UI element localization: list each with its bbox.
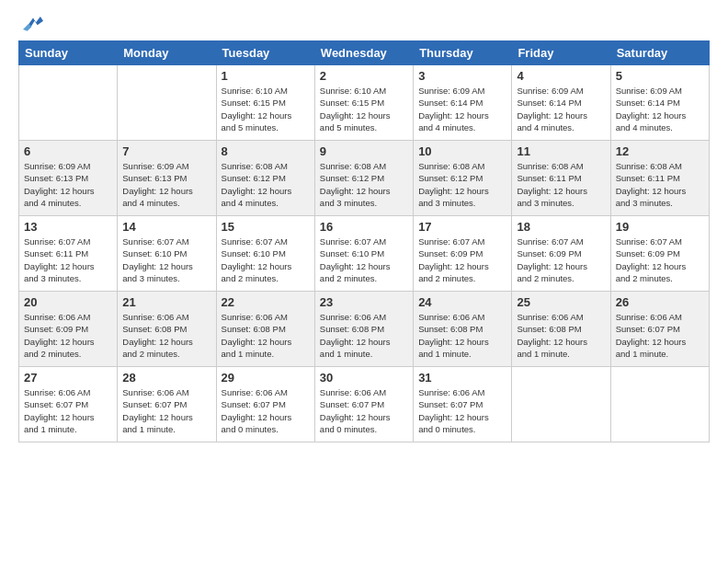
calendar-cell: 15Sunrise: 6:07 AM Sunset: 6:10 PM Dayli… <box>216 216 314 292</box>
calendar-cell <box>118 65 216 141</box>
day-info: Sunrise: 6:07 AM Sunset: 6:11 PM Dayligh… <box>24 236 112 284</box>
day-info: Sunrise: 6:06 AM Sunset: 6:07 PM Dayligh… <box>222 386 310 435</box>
day-info: Sunrise: 6:06 AM Sunset: 6:08 PM Dayligh… <box>122 311 210 360</box>
calendar-cell: 27Sunrise: 6:06 AM Sunset: 6:07 PM Dayli… <box>19 367 118 442</box>
calendar-cell: 31Sunrise: 6:06 AM Sunset: 6:07 PM Dayli… <box>414 367 512 442</box>
day-number: 3 <box>418 69 506 83</box>
calendar-cell: 19Sunrise: 6:07 AM Sunset: 6:09 PM Dayli… <box>610 216 709 292</box>
day-number: 2 <box>320 69 408 83</box>
day-number: 8 <box>222 144 310 158</box>
day-info: Sunrise: 6:09 AM Sunset: 6:13 PM Dayligh… <box>24 160 112 209</box>
calendar-cell: 26Sunrise: 6:06 AM Sunset: 6:07 PM Dayli… <box>610 292 709 367</box>
day-info: Sunrise: 6:06 AM Sunset: 6:08 PM Dayligh… <box>517 311 605 360</box>
day-info: Sunrise: 6:06 AM Sunset: 6:07 PM Dayligh… <box>122 386 210 435</box>
calendar-header-row: SundayMondayTuesdayWednesdayThursdayFrid… <box>19 41 710 65</box>
day-number: 7 <box>122 144 210 158</box>
calendar-cell: 25Sunrise: 6:06 AM Sunset: 6:08 PM Dayli… <box>512 292 610 367</box>
calendar-cell: 10Sunrise: 6:08 AM Sunset: 6:12 PM Dayli… <box>414 141 512 216</box>
calendar-cell: 23Sunrise: 6:06 AM Sunset: 6:08 PM Dayli… <box>314 292 413 367</box>
day-info: Sunrise: 6:08 AM Sunset: 6:12 PM Dayligh… <box>418 160 506 209</box>
day-info: Sunrise: 6:07 AM Sunset: 6:09 PM Dayligh… <box>616 236 704 284</box>
header <box>18 15 710 31</box>
day-number: 23 <box>320 295 408 309</box>
day-number: 12 <box>616 144 704 158</box>
calendar-day-header: Saturday <box>610 41 709 65</box>
calendar-cell: 17Sunrise: 6:07 AM Sunset: 6:09 PM Dayli… <box>414 216 512 292</box>
calendar-cell: 1Sunrise: 6:10 AM Sunset: 6:15 PM Daylig… <box>216 65 314 141</box>
calendar-cell <box>610 367 709 442</box>
calendar-cell <box>19 65 118 141</box>
day-number: 28 <box>122 371 210 385</box>
calendar-cell: 13Sunrise: 6:07 AM Sunset: 6:11 PM Dayli… <box>19 216 118 292</box>
day-number: 14 <box>122 220 210 234</box>
calendar-cell: 9Sunrise: 6:08 AM Sunset: 6:12 PM Daylig… <box>314 141 413 216</box>
day-info: Sunrise: 6:07 AM Sunset: 6:10 PM Dayligh… <box>122 236 210 284</box>
day-info: Sunrise: 6:07 AM Sunset: 6:10 PM Dayligh… <box>320 236 408 284</box>
calendar-cell: 14Sunrise: 6:07 AM Sunset: 6:10 PM Dayli… <box>118 216 216 292</box>
calendar-cell: 22Sunrise: 6:06 AM Sunset: 6:08 PM Dayli… <box>216 292 314 367</box>
day-number: 6 <box>24 144 112 158</box>
day-info: Sunrise: 6:08 AM Sunset: 6:12 PM Dayligh… <box>320 160 408 209</box>
day-info: Sunrise: 6:06 AM Sunset: 6:07 PM Dayligh… <box>320 386 408 435</box>
calendar-week-row: 1Sunrise: 6:10 AM Sunset: 6:15 PM Daylig… <box>19 65 710 141</box>
calendar-day-header: Thursday <box>414 41 512 65</box>
calendar-week-row: 20Sunrise: 6:06 AM Sunset: 6:09 PM Dayli… <box>19 292 710 367</box>
calendar-cell: 12Sunrise: 6:08 AM Sunset: 6:11 PM Dayli… <box>610 141 709 216</box>
logo <box>18 15 45 31</box>
calendar-cell: 2Sunrise: 6:10 AM Sunset: 6:15 PM Daylig… <box>314 65 413 141</box>
day-info: Sunrise: 6:10 AM Sunset: 6:15 PM Dayligh… <box>320 85 408 133</box>
day-info: Sunrise: 6:06 AM Sunset: 6:07 PM Dayligh… <box>24 386 112 435</box>
day-info: Sunrise: 6:08 AM Sunset: 6:11 PM Dayligh… <box>517 160 605 209</box>
day-info: Sunrise: 6:06 AM Sunset: 6:07 PM Dayligh… <box>418 386 506 435</box>
day-number: 16 <box>320 220 408 234</box>
page: SundayMondayTuesdayWednesdayThursdayFrid… <box>0 0 728 452</box>
calendar-cell: 28Sunrise: 6:06 AM Sunset: 6:07 PM Dayli… <box>118 367 216 442</box>
calendar-cell: 16Sunrise: 6:07 AM Sunset: 6:10 PM Dayli… <box>314 216 413 292</box>
calendar-cell: 24Sunrise: 6:06 AM Sunset: 6:08 PM Dayli… <box>414 292 512 367</box>
day-number: 27 <box>24 371 112 385</box>
calendar-day-header: Tuesday <box>216 41 314 65</box>
day-number: 31 <box>418 371 506 385</box>
calendar-cell: 20Sunrise: 6:06 AM Sunset: 6:09 PM Dayli… <box>19 292 118 367</box>
calendar-week-row: 27Sunrise: 6:06 AM Sunset: 6:07 PM Dayli… <box>19 367 710 442</box>
calendar-cell: 7Sunrise: 6:09 AM Sunset: 6:13 PM Daylig… <box>118 141 216 216</box>
day-number: 20 <box>24 295 112 309</box>
day-info: Sunrise: 6:10 AM Sunset: 6:15 PM Dayligh… <box>222 85 310 133</box>
calendar-cell: 29Sunrise: 6:06 AM Sunset: 6:07 PM Dayli… <box>216 367 314 442</box>
calendar-cell: 4Sunrise: 6:09 AM Sunset: 6:14 PM Daylig… <box>512 65 610 141</box>
calendar-cell: 30Sunrise: 6:06 AM Sunset: 6:07 PM Dayli… <box>314 367 413 442</box>
day-info: Sunrise: 6:09 AM Sunset: 6:14 PM Dayligh… <box>616 85 704 133</box>
calendar: SundayMondayTuesdayWednesdayThursdayFrid… <box>18 40 710 442</box>
day-info: Sunrise: 6:07 AM Sunset: 6:10 PM Dayligh… <box>222 236 310 284</box>
calendar-cell: 18Sunrise: 6:07 AM Sunset: 6:09 PM Dayli… <box>512 216 610 292</box>
day-number: 10 <box>418 144 506 158</box>
calendar-week-row: 6Sunrise: 6:09 AM Sunset: 6:13 PM Daylig… <box>19 141 710 216</box>
day-number: 24 <box>418 295 506 309</box>
day-number: 11 <box>517 144 605 158</box>
calendar-cell: 8Sunrise: 6:08 AM Sunset: 6:12 PM Daylig… <box>216 141 314 216</box>
calendar-day-header: Monday <box>118 41 216 65</box>
day-number: 25 <box>517 295 605 309</box>
calendar-cell: 21Sunrise: 6:06 AM Sunset: 6:08 PM Dayli… <box>118 292 216 367</box>
day-info: Sunrise: 6:07 AM Sunset: 6:09 PM Dayligh… <box>418 236 506 284</box>
day-info: Sunrise: 6:06 AM Sunset: 6:07 PM Dayligh… <box>616 311 704 360</box>
day-number: 18 <box>517 220 605 234</box>
logo-bird-icon <box>23 15 43 31</box>
day-info: Sunrise: 6:09 AM Sunset: 6:13 PM Dayligh… <box>122 160 210 209</box>
day-number: 9 <box>320 144 408 158</box>
day-info: Sunrise: 6:09 AM Sunset: 6:14 PM Dayligh… <box>418 85 506 133</box>
day-number: 29 <box>222 371 310 385</box>
day-number: 30 <box>320 371 408 385</box>
day-number: 15 <box>222 220 310 234</box>
day-number: 5 <box>616 69 704 83</box>
day-info: Sunrise: 6:06 AM Sunset: 6:09 PM Dayligh… <box>24 311 112 360</box>
day-number: 13 <box>24 220 112 234</box>
day-number: 22 <box>222 295 310 309</box>
calendar-day-header: Friday <box>512 41 610 65</box>
day-number: 4 <box>517 69 605 83</box>
day-info: Sunrise: 6:07 AM Sunset: 6:09 PM Dayligh… <box>517 236 605 284</box>
day-number: 19 <box>616 220 704 234</box>
day-info: Sunrise: 6:06 AM Sunset: 6:08 PM Dayligh… <box>222 311 310 360</box>
day-number: 17 <box>418 220 506 234</box>
calendar-cell: 6Sunrise: 6:09 AM Sunset: 6:13 PM Daylig… <box>19 141 118 216</box>
